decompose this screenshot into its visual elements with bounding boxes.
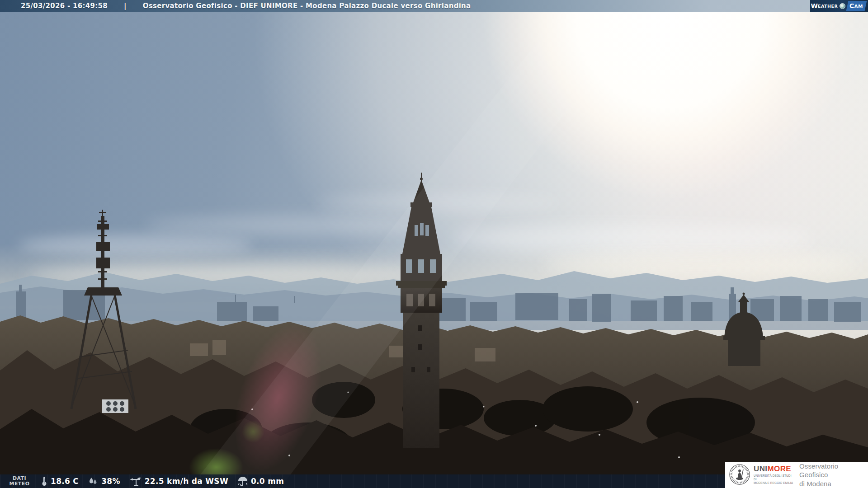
precipitation-value: 0.0 mm	[251, 477, 284, 486]
cloud-haze	[542, 252, 859, 277]
tree-silhouettes	[190, 382, 755, 468]
top-bar: 25/03/2026 - 16:49:58 | Osservatorio Geo…	[0, 0, 868, 12]
cloud-haze	[27, 263, 434, 286]
city-light-glints	[251, 391, 680, 458]
pink-lens-flare	[218, 313, 339, 483]
cloud-wisp	[18, 235, 253, 256]
skyline-buildings	[16, 285, 861, 322]
lit-facades	[190, 340, 495, 361]
unimore-panel: UNIMORE UNIVERSITÀ DEGLI STUDI DI MODENA…	[725, 462, 868, 488]
wind-value: 22.5 km/h da WSW	[145, 477, 228, 486]
observatory-name: Osservatorio Geofisico di Modena	[799, 462, 868, 488]
weathercam-logo: WEATHER CAM	[810, 0, 868, 12]
wind-readout: 22.5 km/h da WSW	[129, 476, 228, 487]
church-dome-silhouette	[723, 293, 765, 366]
ghirlandina-tower-silhouette	[396, 173, 447, 448]
precipitation-readout: 0.0 mm	[237, 476, 284, 486]
rooftop-hvac-unit	[102, 399, 128, 413]
green-lens-flare-small	[242, 420, 264, 443]
title-separator: |	[124, 2, 127, 10]
cloud-wisp	[145, 216, 425, 234]
camera-lens-icon	[840, 3, 845, 9]
weathercam-word: W	[811, 2, 818, 9]
webcam-photo	[0, 0, 868, 488]
weathercam-cam-badge: CAM	[846, 1, 867, 11]
humidity-readout: 38%	[88, 476, 120, 486]
unimore-seal-icon	[729, 463, 750, 487]
humidity-drops-icon	[88, 476, 99, 486]
university-name: UNIVERSITÀ DEGLI STUDI DI MODENA E REGGI…	[754, 474, 795, 485]
thermometer-icon	[41, 476, 48, 486]
dati-meteo-label: DATI METEO	[7, 476, 32, 486]
umbrella-icon	[237, 476, 248, 486]
wind-vane-icon	[129, 476, 142, 487]
temperature-readout: 18.6 C	[41, 476, 79, 486]
temperature-value: 18.6 C	[51, 477, 79, 486]
cloud-wisp	[316, 194, 561, 211]
unimore-wordmark-block: UNIMORE UNIVERSITÀ DEGLI STUDI DI MODENA…	[754, 465, 795, 485]
cloud-wisp	[452, 225, 814, 252]
unimore-wordmark: UNIMORE	[754, 465, 795, 473]
webcam-frame: 25/03/2026 - 16:49:58 | Osservatorio Geo…	[0, 0, 868, 488]
datetime-text: 25/03/2026 - 16:49:58	[21, 2, 108, 10]
humidity-value: 38%	[101, 477, 120, 486]
camera-title: Osservatorio Geofisico - DIEF UNIMORE - …	[143, 2, 471, 10]
